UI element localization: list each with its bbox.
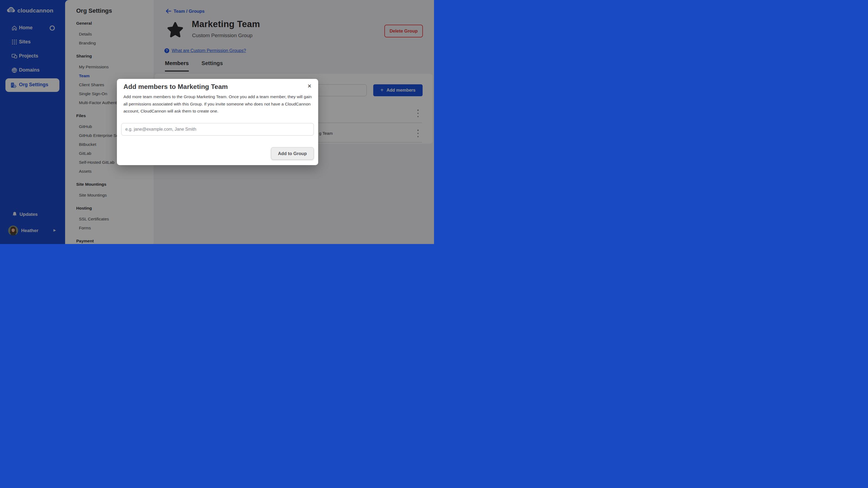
members-input[interactable]	[121, 123, 314, 135]
add-members-modal: Add members to Marketing Team ✕ Add more…	[117, 79, 318, 165]
modal-title: Add members to Marketing Team	[123, 83, 228, 91]
app-window: cloudcannon HomeSitesProjectsDomainsOrg …	[0, 0, 434, 244]
modal-description: Add more team members to the Group Marke…	[123, 93, 313, 115]
close-icon[interactable]: ✕	[307, 83, 312, 89]
add-to-group-button[interactable]: Add to Group	[271, 147, 314, 160]
